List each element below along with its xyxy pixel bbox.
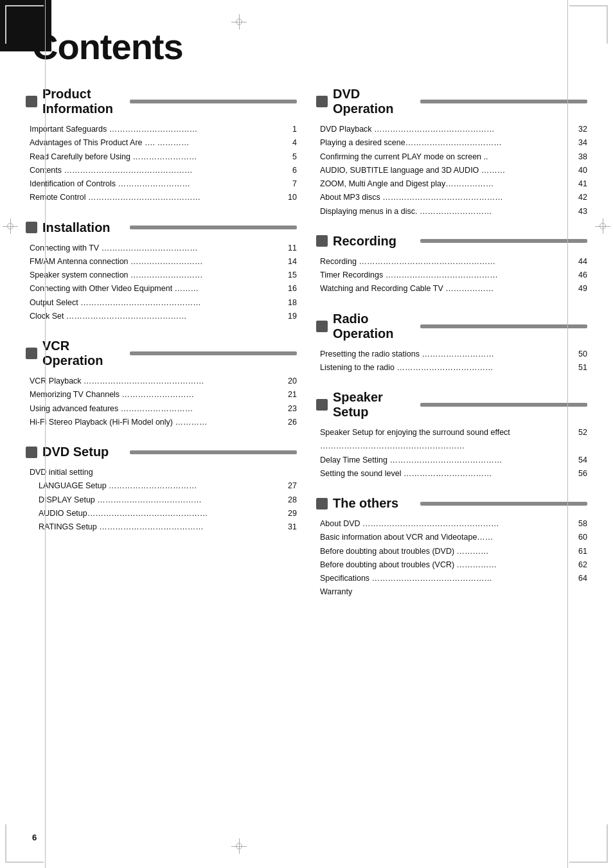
radio-operation-bar	[420, 324, 587, 328]
toc-page: 21	[279, 388, 297, 402]
the-others-title: The others	[333, 496, 420, 511]
toc-page: 60	[569, 531, 587, 544]
crosshair-right	[595, 218, 610, 234]
toc-label: Before doubting about troubles (DVD) …………	[320, 545, 569, 558]
toc-item: DISPLAY Setup …………………………………28	[30, 493, 297, 507]
page-title: Contents	[32, 26, 587, 67]
vcr-operation-icon	[26, 348, 37, 359]
toc-label: Identification of Controls ………………………	[30, 177, 279, 191]
toc-item: Timer Recordings ……………………………………46	[320, 269, 587, 282]
toc-page: 5	[279, 150, 297, 164]
product-information-bar	[130, 100, 297, 103]
toc-page: 23	[279, 402, 297, 416]
speaker-setup-icon	[316, 399, 328, 411]
toc-label: About MP3 discs ………………………………………	[320, 191, 569, 204]
toc-page: 31	[279, 520, 297, 534]
toc-label: Watching and Recording Cable TV ………………	[320, 282, 569, 296]
toc-item: Connecting with TV ………………………………11	[30, 242, 297, 255]
toc-item: Memorizing TV Channels ………………………21	[30, 388, 297, 402]
section-recording: RecordingRecording ……………………………………………44Ti…	[316, 234, 587, 296]
corner-bl	[5, 824, 44, 863]
toc-page: 4	[279, 136, 297, 150]
toc-label: RATINGS Setup …………………………………	[39, 520, 279, 534]
toc-page: 19	[279, 310, 297, 323]
toc-item: Output Select ………………………………………18	[30, 296, 297, 310]
right-column: DVD OperationDVD Playback ………………………………………	[316, 87, 587, 615]
toc-item: Identification of Controls ………………………7	[30, 177, 297, 191]
toc-label: Confirming the current PLAY mode on scre…	[320, 150, 569, 164]
section-vcr-operation: VCR OperationVCR Playback ………………………………………	[26, 339, 297, 429]
toc-item: Remote Control ……………………………………10	[30, 191, 297, 204]
toc-page: 7	[279, 177, 297, 191]
toc-item: Warranty	[320, 585, 587, 599]
installation-icon	[26, 222, 37, 233]
toc-page: 11	[279, 242, 297, 255]
toc-page: 42	[569, 191, 587, 204]
toc-item: Listening to the radio ………………………………51	[320, 361, 587, 375]
toc-item: Advantages of This Product Are …. …………4	[30, 136, 297, 150]
toc-item: Recording ……………………………………………44	[320, 255, 587, 269]
toc-item: Basic information about VCR and Videotap…	[320, 531, 587, 544]
toc-page: 51	[569, 361, 587, 375]
toc-page: 28	[279, 493, 297, 507]
toc-item: Before doubting about troubles (VCR) …………	[320, 558, 587, 572]
toc-label: Connecting with Other Video Equipment ………	[30, 282, 279, 296]
toc-label: Timer Recordings ……………………………………	[320, 269, 569, 282]
toc-label: Displaying menus in a disc. ………………………	[320, 205, 569, 218]
corner-br	[569, 824, 608, 863]
toc-label: Setting the sound level ……………………………	[320, 467, 569, 481]
toc-label: Using advanced features ………………………	[30, 402, 279, 416]
crosshair-bottom	[231, 838, 247, 854]
toc-label: Speaker system connection ………………………	[30, 269, 279, 282]
dvd-setup-icon	[26, 447, 37, 458]
toc-item: AUDIO Setup………………………………………29	[30, 507, 297, 520]
toc-label: Connecting with TV ………………………………	[30, 242, 279, 255]
radio-operation-title: Radio Operation	[333, 312, 420, 341]
toc-label: DVD initial setting	[30, 466, 279, 479]
toc-item: Using advanced features ………………………23	[30, 402, 297, 416]
toc-page: 40	[569, 164, 587, 177]
toc-label: Important Safeguards ……………………………	[30, 123, 279, 136]
toc-item: Clock Set ………………………………………19	[30, 310, 297, 323]
product-information-icon	[26, 96, 37, 107]
toc-item: FM/AM Antenna connection ………………………14	[30, 255, 297, 269]
toc-item: Connecting with Other Video Equipment ………	[30, 282, 297, 296]
toc-label: Listening to the radio ………………………………	[320, 361, 569, 375]
toc-page: 34	[569, 136, 587, 150]
recording-bar	[420, 239, 587, 243]
toc-label: Contents …………………………………………	[30, 164, 279, 177]
toc-label: Warranty	[320, 585, 569, 599]
toc-page: 58	[569, 517, 587, 531]
toc-item: VCR Playback ………………………………………20	[30, 375, 297, 388]
toc-page: 1	[279, 123, 297, 136]
dvd-operation-icon	[316, 96, 328, 107]
section-radio-operation: Radio OperationPresetting the radio stat…	[316, 312, 587, 375]
toc-page: 32	[569, 123, 587, 136]
toc-label: AUDIO Setup………………………………………	[39, 507, 279, 520]
toc-page	[569, 585, 587, 599]
toc-label: Specifications ………………………………………	[320, 572, 569, 585]
toc-label: AUDIO, SUBTITLE language and 3D AUDIO ………	[320, 164, 569, 177]
toc-page: 20	[279, 375, 297, 388]
toc-page: 10	[279, 191, 297, 204]
the-others-bar	[420, 502, 587, 506]
speaker-setup-bar	[420, 403, 587, 407]
toc-page: 61	[569, 545, 587, 558]
side-line-right	[567, 0, 568, 868]
section-dvd-operation: DVD OperationDVD Playback ………………………………………	[316, 87, 587, 218]
toc-page: 54	[569, 454, 587, 467]
recording-title: Recording	[333, 234, 420, 249]
corner-tr	[569, 5, 608, 44]
radio-operation-icon	[316, 321, 328, 332]
toc-item: Watching and Recording Cable TV ………………49	[320, 282, 587, 296]
toc-label: Before doubting about troubles (VCR) …………	[320, 558, 569, 572]
toc-label: Basic information about VCR and Videotap…	[320, 531, 569, 544]
toc-page: 49	[569, 282, 587, 296]
product-information-title: Product Information	[42, 87, 130, 116]
toc-page: 16	[279, 282, 297, 296]
toc-columns: Product InformationImportant Safeguards …	[26, 87, 587, 615]
toc-item: LANGUAGE Setup ……………………………27	[30, 479, 297, 493]
toc-item: AUDIO, SUBTITLE language and 3D AUDIO ………	[320, 164, 587, 177]
dvd-operation-title: DVD Operation	[333, 87, 420, 116]
section-speaker-setup: Speaker SetupSpeaker Setup for enjoying …	[316, 390, 587, 481]
